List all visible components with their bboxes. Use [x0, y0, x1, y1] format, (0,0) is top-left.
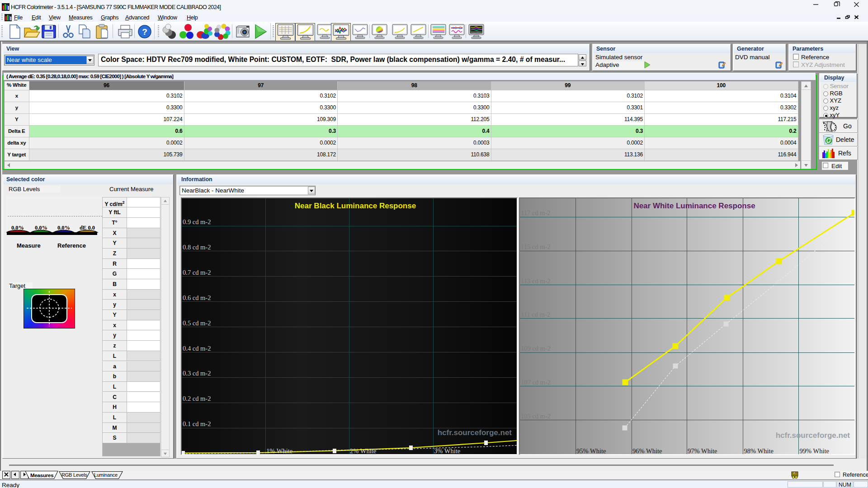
svg-text:117 cd m-2: 117 cd m-2 [521, 209, 551, 216]
svg-text:115 cd m-2: 115 cd m-2 [521, 243, 551, 250]
svg-text:3% White: 3% White [434, 447, 460, 455]
svg-text:hcfr.sourceforge.net: hcfr.sourceforge.net [776, 431, 850, 440]
svg-text:2% White: 2% White [350, 447, 376, 455]
svg-text:0.9 cd m-2: 0.9 cd m-2 [183, 218, 211, 225]
svg-text:0.5 cd m-2: 0.5 cd m-2 [183, 319, 211, 327]
svg-text:99% White: 99% White [800, 447, 829, 455]
svg-text:1% White: 1% White [266, 447, 292, 455]
svg-text:111 cd m-2: 111 cd m-2 [521, 311, 550, 318]
svg-text:0.2 cd m-2: 0.2 cd m-2 [183, 395, 211, 402]
svg-text:hcfr.sourceforge.net: hcfr.sourceforge.net [438, 428, 512, 437]
svg-text:0.7 cd m-2: 0.7 cd m-2 [183, 269, 211, 276]
svg-text:109 cd m-2: 109 cd m-2 [521, 345, 551, 352]
svg-text:96% White: 96% White [632, 447, 662, 455]
svg-text:107 cd m-2: 107 cd m-2 [521, 379, 551, 386]
svg-text:98% White: 98% White [744, 447, 774, 455]
svg-text:0.4 cd m-2: 0.4 cd m-2 [183, 345, 211, 352]
svg-text:95% White: 95% White [576, 447, 606, 455]
svg-text:Luminance: Luminance [94, 472, 118, 478]
svg-text:0.8 cd m-2: 0.8 cd m-2 [183, 244, 211, 251]
svg-text:Measures: Measures [30, 473, 53, 478]
svg-text:105 cd m-2: 105 cd m-2 [521, 413, 551, 420]
svg-text:113 cd m-2: 113 cd m-2 [521, 277, 551, 285]
svg-text:0.6 cd m-2: 0.6 cd m-2 [183, 294, 211, 301]
svg-text:0.3 cd m-2: 0.3 cd m-2 [183, 370, 211, 377]
svg-text:0.1 cd m-2: 0.1 cd m-2 [183, 420, 211, 427]
svg-text:Near Black Luminance Response: Near Black Luminance Response [295, 202, 416, 210]
svg-text:Near White Luminance Response: Near White Luminance Response [633, 202, 755, 210]
svg-text:?: ? [142, 27, 147, 37]
svg-text:97% White: 97% White [688, 447, 717, 455]
svg-text:RGB Levels: RGB Levels [61, 472, 87, 478]
